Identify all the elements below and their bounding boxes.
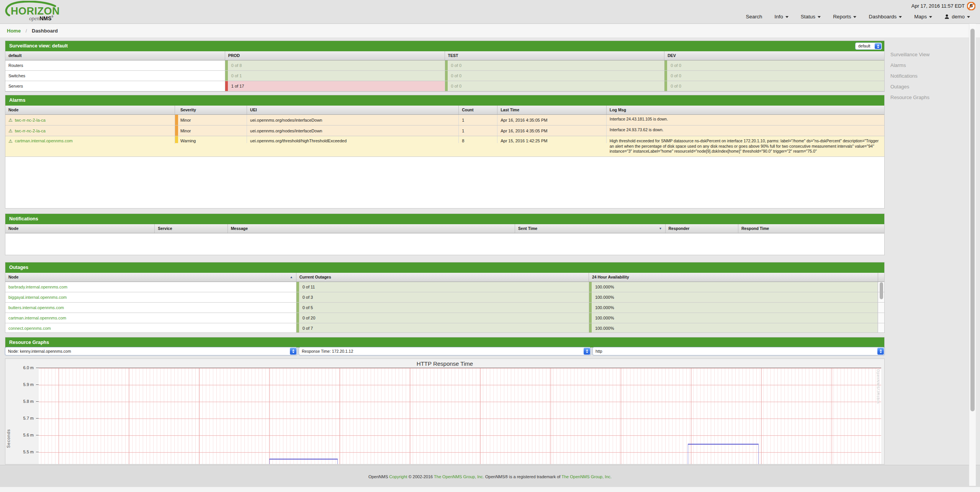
sidebar-item-notifications[interactable]: Notifications	[890, 71, 929, 81]
chart-line-segment	[269, 459, 338, 464]
alarms-empty-space	[5, 157, 884, 209]
status-cell[interactable]: 0 of 1	[225, 71, 445, 81]
status-cell[interactable]: 0 of 0	[664, 60, 884, 70]
y-tick-mark	[36, 452, 39, 452]
graph-type-select-value: http	[596, 349, 602, 354]
logo-open: open	[29, 16, 39, 21]
status-cell[interactable]: 0 of 0	[445, 60, 665, 70]
nav-reports-label: Reports	[833, 14, 851, 20]
scrollbar-lane	[878, 323, 884, 333]
sidebar-item-alarms[interactable]: Alarms	[890, 60, 929, 71]
nav-dashboards[interactable]: Dashboards	[869, 14, 902, 20]
page-footer: OpenNMS Copyright © 2002-2016 The OpenNM…	[0, 465, 980, 487]
graph-node-select[interactable]: Node: kenny.internal.opennms.com	[5, 347, 297, 355]
node-link[interactable]: barbrady.internal.opennms.com	[8, 285, 67, 289]
resource-graph-selectors: Node: kenny.internal.opennms.com Respons…	[5, 347, 885, 355]
breadcrumb-home-link[interactable]: Home	[7, 28, 21, 34]
nav-dashboards-label: Dashboards	[869, 14, 897, 20]
outage-node-cell: connect.opennms.com	[5, 323, 296, 333]
node-link[interactable]: cartman.internal.opennms.com	[8, 316, 66, 320]
outage-row: butters.internal.opennms.com 0 of 5 100.…	[5, 303, 884, 313]
alarm-uei-cell: uei.opennms.org/threshold/highThresholdE…	[247, 136, 459, 143]
y-tick-mark	[36, 384, 39, 385]
node-link[interactable]: cartman.internal.opennms.com	[15, 138, 73, 143]
caret-down-icon	[899, 16, 902, 18]
y-tick-label: 5.5 m	[10, 450, 34, 454]
footer-group-link[interactable]: The OpenNMS Group, Inc.	[434, 474, 484, 479]
sidebar-item-surveillance-view[interactable]: Surveillance View	[890, 49, 929, 60]
warning-triangle-icon: ⚠	[8, 138, 13, 144]
col-24h-availability: 24 Hour Availability	[589, 273, 878, 282]
surveillance-panel-header: Surveillance view: default default	[5, 41, 884, 51]
nav-user-menu[interactable]: demo	[944, 14, 970, 20]
status-cell-critical[interactable]: 1 of 17	[225, 81, 445, 91]
opennms-horizon-logo[interactable]: HORIZON openNMS®	[7, 2, 83, 23]
scrollbar-lane	[878, 313, 884, 323]
nav-maps[interactable]: Maps	[914, 14, 932, 20]
node-link[interactable]: connect.opennms.com	[8, 326, 51, 331]
outage-row: biggayal.internal.opennms.com 0 of 3 100…	[5, 292, 884, 303]
status-cell[interactable]: 0 of 8	[225, 60, 445, 70]
surveillance-view-select[interactable]: default	[855, 42, 882, 50]
status-cell[interactable]: 0 of 0	[664, 81, 884, 91]
notifications-panel: Notifications Node Service Message Sent …	[5, 213, 885, 255]
notifications-empty-space	[5, 233, 884, 255]
status-cell[interactable]: 0 of 0	[445, 81, 665, 91]
window-bottom-strip	[0, 487, 980, 492]
top-navigation: Search Info Status Reports Dashboards Ma…	[746, 14, 970, 20]
outage-current-cell: 0 of 7	[296, 323, 589, 333]
notices-off-icon[interactable]	[967, 2, 975, 10]
node-link[interactable]: biggayal.internal.opennms.com	[8, 295, 67, 300]
nav-reports[interactable]: Reports	[833, 14, 856, 20]
chart-line-segment	[688, 444, 759, 464]
severity-strip	[175, 136, 178, 143]
outage-availability-cell: 100.000%	[589, 292, 878, 302]
alarm-last-time-cell: Apr 16, 2016 4:35:05 PM	[497, 125, 607, 136]
nav-search[interactable]: Search	[746, 14, 762, 20]
surveillance-table-header: default PROD TEST DEV	[5, 51, 884, 60]
alarm-count-cell: 8	[459, 136, 497, 143]
severity-strip	[175, 125, 178, 136]
y-tick-mark	[36, 368, 39, 368]
select-spinner-icon	[584, 348, 590, 355]
col-default: default	[5, 51, 225, 60]
graph-node-select-value: Node: kenny.internal.opennms.com	[8, 349, 71, 354]
alarm-node-cell: ⚠cartman.internal.opennms.com	[5, 136, 175, 144]
col-node: Node	[5, 106, 175, 114]
footer-group-link[interactable]: The OpenNMS Group, Inc.	[561, 474, 612, 479]
node-link[interactable]: twc-rr-nc-2-la-ca	[15, 118, 46, 122]
page-scrollbar-thumb[interactable]	[970, 29, 975, 411]
outage-node-cell: butters.internal.opennms.com	[5, 303, 296, 313]
graph-resource-select[interactable]: Response Time: 172.20.1.12	[299, 347, 591, 355]
y-tick-mark	[36, 418, 39, 419]
row-label: Routers	[5, 60, 225, 70]
status-cell[interactable]: 0 of 0	[445, 71, 665, 81]
alarms-panel-header: Alarms	[5, 95, 884, 106]
alarm-log-msg-cell: Interface 24.93.73.62 is down.	[607, 125, 884, 136]
breadcrumb: Home / Dashboard	[0, 24, 980, 38]
outage-availability-cell: 100.000%	[589, 323, 878, 333]
nav-status[interactable]: Status	[801, 14, 821, 20]
node-link[interactable]: twc-rr-nc-2-la-ca	[15, 129, 46, 133]
logo-nms: NMS	[39, 15, 51, 21]
caret-down-icon	[818, 16, 821, 18]
sidebar-item-resource-graphs[interactable]: Resource Graphs	[890, 92, 929, 103]
notifications-table-header: Node Service Message Sent Time▼ Responde…	[5, 224, 884, 233]
sidebar-item-outages[interactable]: Outages	[890, 81, 929, 92]
breadcrumb-current: Dashboard	[32, 28, 58, 34]
alarm-severity-cell: Minor	[175, 115, 247, 125]
page-scrollbar-track[interactable]	[969, 24, 976, 486]
alarm-node-cell: ⚠twc-rr-nc-2-la-ca	[5, 125, 175, 136]
footer-copyright-link[interactable]: Copyright	[389, 474, 407, 479]
graph-type-select[interactable]: http	[592, 347, 885, 355]
sort-asc-icon: ▲	[290, 273, 293, 282]
status-cell[interactable]: 0 of 0	[664, 71, 884, 81]
alarm-log-msg-cell: Interface 24.43.181.105 is down.	[607, 115, 884, 125]
row-label: Servers	[5, 81, 225, 91]
col-node[interactable]: Node▲	[5, 273, 296, 282]
col-message: Message	[228, 224, 515, 233]
node-link[interactable]: butters.internal.opennms.com	[8, 305, 64, 310]
col-sent-time[interactable]: Sent Time▼	[515, 224, 665, 233]
nav-info[interactable]: Info	[774, 14, 789, 20]
outages-scrollbar-thumb[interactable]	[880, 282, 883, 299]
